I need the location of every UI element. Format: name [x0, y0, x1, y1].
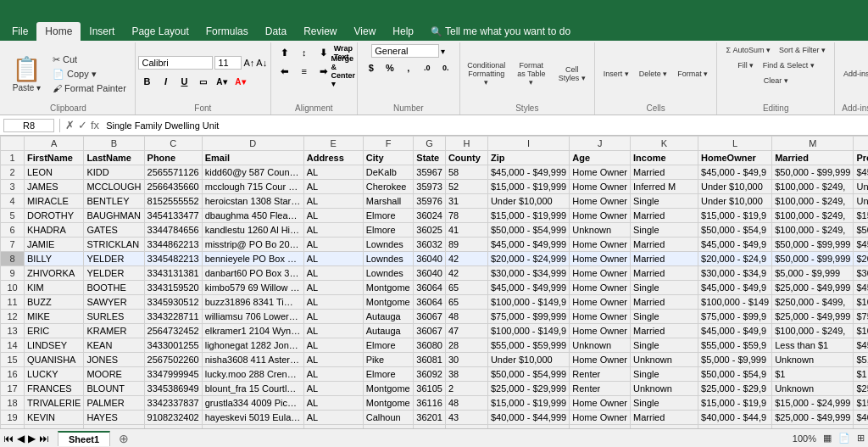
table-cell[interactable]: $25,000 - $49,999	[772, 411, 854, 425]
table-cell[interactable]: AL	[303, 396, 363, 411]
table-cell[interactable]: AL	[303, 165, 363, 180]
table-cell[interactable]: BOOTHE	[84, 281, 144, 295]
formula-input[interactable]	[103, 120, 865, 131]
row-2-header[interactable]: 2	[1, 165, 25, 180]
table-cell[interactable]: 36081	[414, 353, 446, 367]
row-9-header[interactable]: 9	[1, 266, 25, 281]
tab-home[interactable]: Home	[36, 22, 81, 41]
align-bottom-button[interactable]: ⬇	[315, 44, 332, 61]
header-A[interactable]: FirstName	[25, 151, 84, 165]
align-top-button[interactable]: ⬆	[276, 44, 293, 61]
view-normal-button[interactable]: ▦	[823, 433, 832, 444]
table-cell[interactable]: 35976	[414, 194, 446, 209]
table-cell[interactable]: $45,000 - $49,999	[487, 281, 569, 295]
table-cell[interactable]: 2564732452	[144, 324, 202, 338]
view-page-layout-button[interactable]: 📄	[838, 433, 850, 444]
table-cell[interactable]: $250,000 - $499,	[772, 295, 854, 310]
first-sheet-button[interactable]: ⏮	[3, 433, 14, 444]
italic-button[interactable]: I	[157, 73, 174, 90]
tab-help[interactable]: Help	[384, 22, 422, 41]
table-cell[interactable]: grustla334 4009 Pickf Montgome	[202, 396, 303, 411]
align-right-button[interactable]: ➡	[315, 63, 332, 80]
table-cell[interactable]: 36067	[414, 324, 446, 338]
table-cell[interactable]: 47	[445, 324, 487, 338]
clear-button[interactable]: Clear ▾	[760, 75, 792, 87]
table-cell[interactable]: KRAMER	[84, 324, 144, 338]
tab-search[interactable]: 🔍 Tell me what you want to do	[422, 22, 579, 41]
table-cell[interactable]: Calhoun	[363, 425, 414, 429]
table-cell[interactable]: $1	[772, 367, 854, 382]
row-4-header[interactable]: 4	[1, 194, 25, 209]
row-7-header[interactable]: 7	[1, 237, 25, 252]
header-F[interactable]: City	[363, 151, 414, 165]
font-size-input[interactable]	[214, 56, 242, 70]
table-cell[interactable]: BENTLEY	[84, 194, 144, 209]
tab-review[interactable]: Review	[295, 22, 345, 41]
font-color-button[interactable]: A▾	[231, 73, 248, 90]
next-sheet-button[interactable]: ▶	[28, 433, 36, 444]
table-cell[interactable]: Home Owner	[570, 266, 631, 281]
table-cell[interactable]: $50,000 - $54,9	[698, 425, 772, 429]
table-cell[interactable]: 36080	[414, 338, 446, 353]
table-cell[interactable]: Married	[631, 425, 698, 429]
row-8-header[interactable]: 8	[1, 252, 25, 266]
tab-insert[interactable]: Insert	[81, 22, 123, 41]
col-header-L[interactable]: L	[698, 137, 772, 151]
table-cell[interactable]: Married	[631, 266, 698, 281]
table-cell[interactable]: AL	[303, 324, 363, 338]
table-cell[interactable]: $5,000 - $9,999	[854, 353, 868, 367]
table-cell[interactable]: 65	[445, 295, 487, 310]
table-cell[interactable]: 42	[445, 266, 487, 281]
header-L[interactable]: HomeOwner	[698, 151, 772, 165]
row-19-header[interactable]: 19	[1, 411, 25, 425]
table-cell[interactable]: Under $10,000	[487, 194, 569, 209]
table-cell[interactable]: BAUGHMAN	[84, 209, 144, 223]
table-cell[interactable]: AL	[303, 367, 363, 382]
table-cell[interactable]: 58	[445, 165, 487, 180]
row-17-header[interactable]: 17	[1, 382, 25, 396]
table-cell[interactable]: 36067	[414, 310, 446, 324]
table-cell[interactable]: Montgome	[363, 382, 414, 396]
table-cell[interactable]: Montgome	[363, 396, 414, 411]
table-cell[interactable]: Elmore	[363, 209, 414, 223]
format-painter-button[interactable]: 🖌 Format Painter	[49, 82, 130, 94]
table-cell[interactable]: $50,000 - $54,999	[854, 223, 868, 237]
table-cell[interactable]: 36064	[414, 281, 446, 295]
fill-color-button[interactable]: A▾	[213, 73, 230, 90]
header-K[interactable]: Income	[631, 151, 698, 165]
table-cell[interactable]: $100,000 - $149	[698, 295, 772, 310]
table-cell[interactable]: HAYES	[84, 411, 144, 425]
table-cell[interactable]: Home Owner	[570, 165, 631, 180]
table-cell[interactable]: Home Owner	[570, 252, 631, 266]
table-cell[interactable]: Montgome	[363, 281, 414, 295]
add-sheet-button[interactable]: ⊕	[112, 430, 136, 447]
table-cell[interactable]: 89	[445, 237, 487, 252]
table-cell[interactable]: $100,000 - $149,7	[854, 295, 868, 310]
col-header-I[interactable]: I	[487, 137, 569, 151]
table-cell[interactable]: Calhoun	[363, 411, 414, 425]
paste-label[interactable]: Paste ▾	[13, 83, 41, 92]
table-cell[interactable]: 52	[445, 180, 487, 194]
add-ins-button[interactable]: Add-ins	[840, 68, 868, 80]
table-cell[interactable]: MCCLOUGH	[84, 180, 144, 194]
table-cell[interactable]: Home Owner	[570, 411, 631, 425]
table-cell[interactable]: 2565571126	[144, 165, 202, 180]
table-cell[interactable]: $50,000 - $54,999	[487, 425, 569, 429]
table-cell[interactable]: $5,000 - $9,999	[698, 353, 772, 367]
table-cell[interactable]: 36116	[414, 396, 446, 411]
table-cell[interactable]: $45,000 - $49,9	[698, 237, 772, 252]
table-cell[interactable]: AL	[303, 223, 363, 237]
table-cell[interactable]: $25,000 - $49,999	[772, 281, 854, 295]
table-cell[interactable]: $50,000 - $54,999	[487, 367, 569, 382]
table-cell[interactable]: 3344862213	[144, 237, 202, 252]
table-cell[interactable]: LINDSEY	[25, 338, 84, 353]
table-cell[interactable]: Autauga	[363, 310, 414, 324]
table-cell[interactable]: TRIVALERIE	[25, 396, 84, 411]
row-15-header[interactable]: 15	[1, 353, 25, 367]
table-cell[interactable]: 36032	[414, 237, 446, 252]
col-header-G[interactable]: G	[414, 137, 446, 151]
table-cell[interactable]: $100,000 - $149,7	[854, 324, 868, 338]
table-cell[interactable]: $100,000 - $249,	[772, 180, 854, 194]
table-cell[interactable]: misstrip@ PO Bo 20 Fort Depo	[202, 237, 303, 252]
table-cell[interactable]: $45,000 - $49,999	[854, 237, 868, 252]
